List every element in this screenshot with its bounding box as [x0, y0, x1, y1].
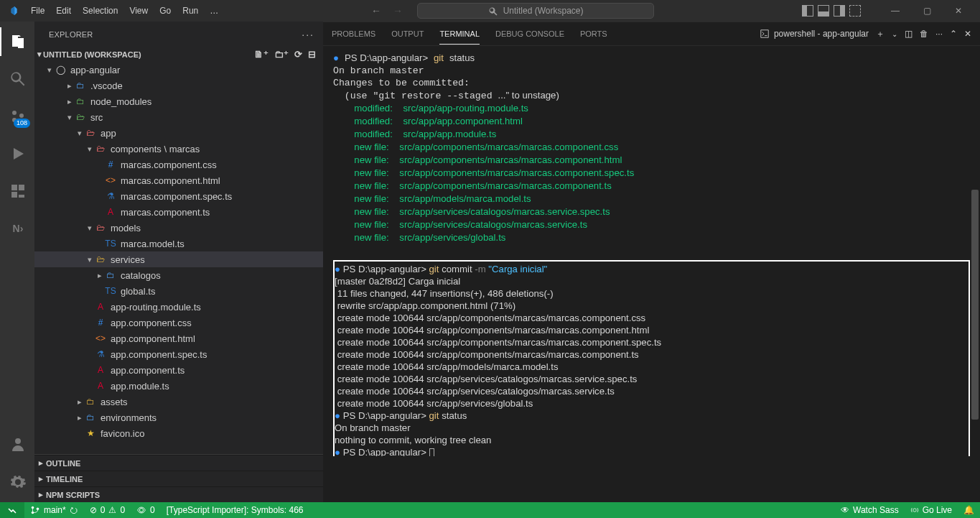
refresh-icon[interactable]: ⟳	[294, 49, 302, 60]
panel-tab-debug-console[interactable]: DEBUG CONSOLE	[495, 24, 564, 44]
tree-file[interactable]: Aapp.module.ts	[34, 378, 323, 394]
tree-file[interactable]: TSmarca.model.ts	[34, 236, 323, 251]
tree-item-label: assets	[101, 397, 128, 407]
status-problems[interactable]: ⊘0⚠0	[84, 502, 131, 518]
panel-close-icon[interactable]: ✕	[964, 29, 971, 39]
new-folder-icon[interactable]: 🗀⁺	[274, 49, 289, 60]
file-icon: A	[105, 206, 116, 218]
explorer-more-icon[interactable]: ···	[302, 29, 314, 40]
menu-go[interactable]: Go	[154, 3, 176, 19]
workspace-header[interactable]: UNTITLED (WORKSPACE) 🗎⁺ 🗀⁺ ⟳ ⊟	[34, 47, 323, 62]
tree-item-label: .vscode	[90, 80, 123, 91]
terminal-scrollbar[interactable]	[971, 46, 979, 499]
tree-folder[interactable]: 🗀assets	[34, 394, 323, 410]
tree-file[interactable]: Aapp-routing.module.ts	[34, 299, 323, 315]
new-terminal-icon[interactable]: ＋	[876, 28, 885, 40]
tree-file[interactable]: <>app.component.html	[34, 330, 323, 346]
new-file-icon[interactable]: 🗎⁺	[254, 49, 269, 60]
status-go-live[interactable]: Go Live	[905, 502, 958, 518]
window-minimize-button[interactable]: —	[879, 0, 911, 22]
tree-file[interactable]: #app.component.css	[34, 315, 323, 330]
file-tree[interactable]: ◯ app-angular 🗀.vscode🗀node_modules🗁src🗁…	[34, 62, 323, 454]
file-icon: TS	[105, 285, 116, 297]
window-close-button[interactable]: ✕	[943, 0, 974, 22]
tree-folder[interactable]: 🗁services	[34, 251, 323, 267]
sync-icon[interactable]: ⭮	[70, 505, 78, 515]
search-placeholder: Untitled (Workspace)	[503, 6, 584, 16]
customize-layout-icon[interactable]	[849, 5, 861, 17]
section-timeline[interactable]: TIMELINE	[34, 471, 323, 486]
nav-back-icon[interactable]: ←	[371, 5, 381, 17]
status-branch[interactable]: main*⭮	[24, 502, 84, 518]
section-npm-scripts[interactable]: NPM SCRIPTS	[34, 486, 323, 502]
status-task[interactable]: [TypeScript Importer]: Symbols: 466	[161, 502, 309, 518]
status-ports[interactable]: 0	[131, 502, 161, 518]
tree-file[interactable]: #marcas.component.css	[34, 157, 323, 172]
tree-folder[interactable]: 🗀.vscode	[34, 78, 323, 93]
panel-tab-ports[interactable]: PORTS	[580, 24, 607, 44]
status-watch-sass[interactable]: 👁Watch Sass	[835, 502, 905, 518]
panel-tab-output[interactable]: OUTPUT	[391, 24, 424, 44]
panel-maximize-icon[interactable]: ⌃	[950, 29, 957, 39]
activity-account[interactable]	[0, 430, 34, 459]
activity-extensions[interactable]	[0, 177, 34, 205]
tree-folder[interactable]: 🗀catalogos	[34, 267, 323, 283]
tree-item-label: marcas.component.html	[121, 175, 220, 186]
tree-folder-root[interactable]: ◯ app-angular	[34, 62, 323, 78]
nav-forward-icon[interactable]: →	[393, 5, 403, 17]
tree-item-label: components \ marcas	[111, 144, 200, 154]
terminal-output[interactable]: ● PS D:\app-angular> git status On branc…	[323, 46, 980, 456]
menu-view[interactable]: View	[124, 3, 153, 19]
activity-debug[interactable]	[0, 139, 34, 168]
menu-edit[interactable]: Edit	[51, 3, 76, 19]
toggle-sidebar-icon[interactable]	[802, 5, 813, 17]
menu-file[interactable]: File	[26, 3, 50, 19]
section-outline[interactable]: OUTLINE	[34, 455, 323, 471]
tree-folder[interactable]: 🗁app	[34, 125, 323, 141]
svg-point-2	[37, 508, 39, 511]
activity-search[interactable]	[0, 65, 34, 93]
remote-indicator[interactable]	[0, 502, 24, 518]
terminal-shell-selector[interactable]: powershell - app-angular	[760, 29, 869, 39]
toggle-sidebar-right-icon[interactable]	[834, 5, 845, 17]
tree-item-label: src	[90, 112, 103, 123]
activity-nx[interactable]: N›	[0, 214, 34, 243]
tree-file[interactable]: ⚗marcas.component.spec.ts	[34, 188, 323, 204]
sidebar-sections: OUTLINETIMELINENPM SCRIPTS	[34, 454, 323, 502]
status-bell-icon[interactable]: 🔔	[958, 502, 980, 518]
window-maximize-button[interactable]: ▢	[911, 0, 943, 22]
layout-controls[interactable]	[802, 5, 861, 17]
command-center[interactable]: Untitled (Workspace)	[417, 3, 654, 19]
tree-folder[interactable]: 🗁components \ marcas	[34, 141, 323, 157]
panel-tab-terminal[interactable]: TERMINAL	[439, 24, 480, 45]
tree-folder[interactable]: 🗁src	[34, 109, 323, 125]
tree-file[interactable]: Aapp.component.ts	[34, 362, 323, 378]
tree-item-label: app.component.html	[111, 333, 195, 344]
split-terminal-icon[interactable]: ◫	[905, 29, 913, 39]
tree-file[interactable]: <>marcas.component.html	[34, 172, 323, 188]
tree-file[interactable]: ★favicon.ico	[34, 425, 323, 441]
terminal-dropdown-icon[interactable]: ⌄	[892, 30, 897, 38]
file-icon: ★	[85, 427, 96, 439]
panel-tab-problems[interactable]: PROBLEMS	[332, 24, 375, 44]
menu-…[interactable]: …	[205, 3, 223, 19]
tree-folder[interactable]: 🗀node_modules	[34, 93, 323, 109]
activity-scm[interactable]: 108	[0, 102, 34, 131]
tree-item-label: environments	[101, 412, 157, 423]
tree-file[interactable]: ⚗app.component.spec.ts	[34, 346, 323, 362]
collapse-icon[interactable]: ⊟	[308, 49, 316, 60]
kill-terminal-icon[interactable]: 🗑	[920, 29, 928, 39]
menu-selection[interactable]: Selection	[78, 3, 123, 19]
tree-folder[interactable]: 🗀environments	[34, 410, 323, 425]
tree-file[interactable]: Amarcas.component.ts	[34, 204, 323, 220]
tree-file[interactable]: TSglobal.ts	[34, 283, 323, 299]
tree-item-label: marcas.component.ts	[121, 207, 210, 218]
file-icon: <>	[105, 175, 116, 186]
menu-run[interactable]: Run	[177, 3, 203, 19]
activity-settings[interactable]	[0, 468, 34, 496]
tree-folder[interactable]: 🗁models	[34, 220, 323, 236]
activity-explorer[interactable]	[0, 27, 34, 56]
tree-item-label: app-routing.module.ts	[111, 302, 201, 313]
panel-more-icon[interactable]: ···	[935, 29, 943, 39]
toggle-panel-icon[interactable]	[818, 5, 829, 17]
